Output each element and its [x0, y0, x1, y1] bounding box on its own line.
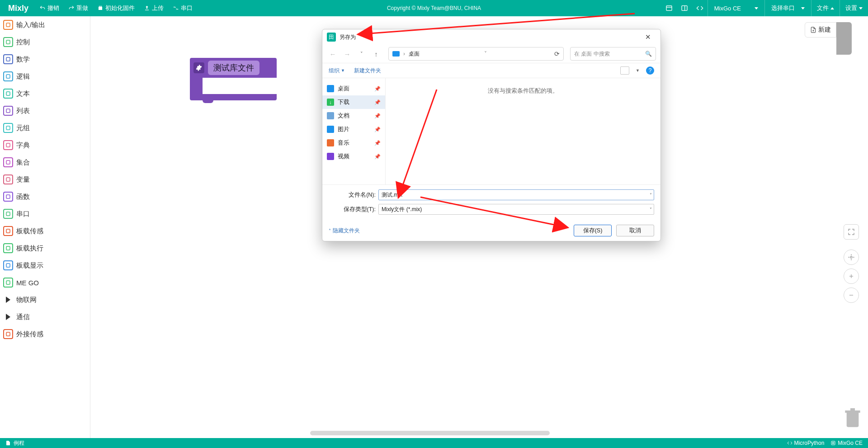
- layout-icon-1[interactable]: [661, 0, 677, 16]
- address-bar[interactable]: › 桌面 ˅ ⟳: [388, 47, 564, 61]
- svg-rect-9: [6, 109, 10, 113]
- new-folder-button[interactable]: 新建文件夹: [354, 67, 381, 75]
- svg-rect-10: [6, 126, 10, 130]
- category-8[interactable]: 集合: [0, 154, 90, 171]
- quick-access-2[interactable]: 文档📌: [322, 109, 385, 123]
- undo-label: 撤销: [47, 4, 59, 12]
- code-block[interactable]: 测试库文件: [190, 58, 277, 100]
- category-13[interactable]: 板载执行: [0, 240, 90, 257]
- code-icon[interactable]: [692, 0, 708, 16]
- nav-recent[interactable]: ˅: [356, 47, 368, 60]
- category-7[interactable]: 字典: [0, 137, 90, 154]
- quick-access-4[interactable]: 音乐📌: [322, 136, 385, 150]
- save-button[interactable]: 保存(S): [574, 225, 612, 236]
- category-icon: [3, 192, 13, 202]
- category-label: 元组: [16, 124, 30, 132]
- zoom-out-button[interactable]: [844, 288, 859, 303]
- settings-menu[interactable]: 设置: [840, 0, 868, 16]
- upload-label: 上传: [152, 4, 164, 12]
- quick-access-1[interactable]: ↓下载📌: [322, 95, 385, 109]
- category-6[interactable]: 元组: [0, 119, 90, 137]
- pin-icon: 📌: [374, 154, 381, 160]
- status-lang: MicroPython: [787, 440, 825, 446]
- zoom-in-button[interactable]: [844, 269, 859, 284]
- filename-input[interactable]: 测试.mix ˅: [378, 189, 654, 200]
- category-5[interactable]: 列表: [0, 102, 90, 119]
- category-4[interactable]: 文本: [0, 85, 90, 102]
- category-14[interactable]: 板载显示: [0, 257, 90, 274]
- refresh-icon[interactable]: ⟳: [554, 50, 560, 57]
- copyright-text: Copyright © Mixly Team@BNU, CHINA: [387, 5, 481, 11]
- category-icon: [3, 329, 13, 339]
- category-icon: [3, 278, 13, 288]
- category-0[interactable]: 输入/输出: [0, 16, 90, 33]
- quick-access-3[interactable]: 图片📌: [322, 123, 385, 136]
- category-label: 集合: [16, 158, 30, 167]
- svg-rect-20: [6, 332, 10, 336]
- filetype-select[interactable]: Mixly文件 (*.mix) ˅: [378, 204, 654, 215]
- hide-folders-toggle[interactable]: ˄ 隐藏文件夹: [329, 227, 360, 235]
- category-3[interactable]: 逻辑: [0, 68, 90, 85]
- help-icon[interactable]: ?: [646, 66, 654, 75]
- nav-forward[interactable]: →: [341, 47, 353, 60]
- fullscreen-button[interactable]: [844, 224, 859, 240]
- horizontal-scrollbar[interactable]: [310, 431, 550, 435]
- category-16[interactable]: 物联网: [0, 291, 90, 308]
- search-input[interactable]: 在 桌面 中搜索 🔍: [570, 47, 656, 61]
- close-button[interactable]: ✕: [640, 30, 656, 44]
- undo-button[interactable]: 撤销: [35, 0, 64, 16]
- category-9[interactable]: 变量: [0, 171, 90, 188]
- board-select[interactable]: MixGo CE: [708, 0, 764, 16]
- quick-access-label: 图片: [338, 126, 349, 133]
- init-firmware-button[interactable]: 初始化固件: [93, 0, 139, 16]
- nav-back[interactable]: ←: [327, 47, 339, 60]
- layout-icon-2[interactable]: [677, 0, 692, 16]
- category-2[interactable]: 数学: [0, 51, 90, 68]
- category-10[interactable]: 函数: [0, 188, 90, 205]
- quick-access-0[interactable]: 桌面📌: [322, 82, 385, 95]
- status-bar: 例程 MicroPython MixGo CE: [0, 438, 868, 448]
- category-15[interactable]: ME GO: [0, 274, 90, 291]
- upload-button[interactable]: 上传: [139, 0, 168, 16]
- tab-handle[interactable]: [836, 22, 852, 55]
- nav-up[interactable]: ↑: [370, 47, 382, 60]
- view-mode-button[interactable]: [620, 66, 629, 75]
- svg-rect-13: [6, 178, 10, 181]
- file-listing: 没有与搜索条件匹配的项。: [386, 78, 660, 184]
- expand-icon: [6, 314, 10, 320]
- category-label: 逻辑: [16, 72, 30, 81]
- breadcrumb[interactable]: 桌面: [409, 50, 420, 58]
- cancel-button[interactable]: 取消: [616, 225, 654, 236]
- category-label: 板载传感: [16, 227, 43, 236]
- category-icon: [3, 226, 13, 236]
- category-11[interactable]: 串口: [0, 205, 90, 222]
- category-12[interactable]: 板载传感: [0, 222, 90, 240]
- caret-up-icon: [830, 7, 834, 9]
- category-17[interactable]: 通信: [0, 308, 90, 325]
- organize-menu[interactable]: 组织 ▼: [329, 67, 345, 75]
- file-menu[interactable]: 文件: [811, 0, 840, 16]
- quick-access-label: 桌面: [338, 85, 349, 93]
- gear-icon[interactable]: [193, 62, 204, 73]
- port-select[interactable]: 选择串口: [764, 0, 811, 16]
- category-18[interactable]: 外接传感: [0, 325, 90, 343]
- quick-access-label: 视频: [338, 153, 349, 160]
- folder-icon: [327, 126, 334, 133]
- svg-rect-7: [6, 75, 10, 78]
- category-1[interactable]: 控制: [0, 33, 90, 51]
- quick-access-5[interactable]: 视频📌: [322, 150, 385, 163]
- category-label: ME GO: [16, 279, 39, 287]
- category-icon: [3, 89, 13, 99]
- redo-button[interactable]: 重做: [64, 0, 93, 16]
- center-button[interactable]: [844, 250, 859, 265]
- status-example[interactable]: 例程: [14, 439, 24, 447]
- category-label: 输入/输出: [16, 21, 45, 29]
- trash-icon[interactable]: [844, 406, 862, 430]
- category-icon: [3, 20, 13, 30]
- settings-label: 设置: [845, 4, 857, 12]
- new-tab-button[interactable]: 新建: [805, 22, 836, 38]
- serial-button[interactable]: 串口: [168, 0, 197, 16]
- category-sidebar: 输入/输出控制数学逻辑文本列表元组字典集合变量函数串口板载传感板载执行板载显示M…: [0, 16, 90, 438]
- save-as-dialog: 田 另存为 ✕ ← → ˅ ↑ › 桌面 ˅ ⟳ 在 桌面 中搜索 🔍 组织 ▼…: [322, 29, 661, 241]
- status-board: MixGo CE: [830, 440, 863, 446]
